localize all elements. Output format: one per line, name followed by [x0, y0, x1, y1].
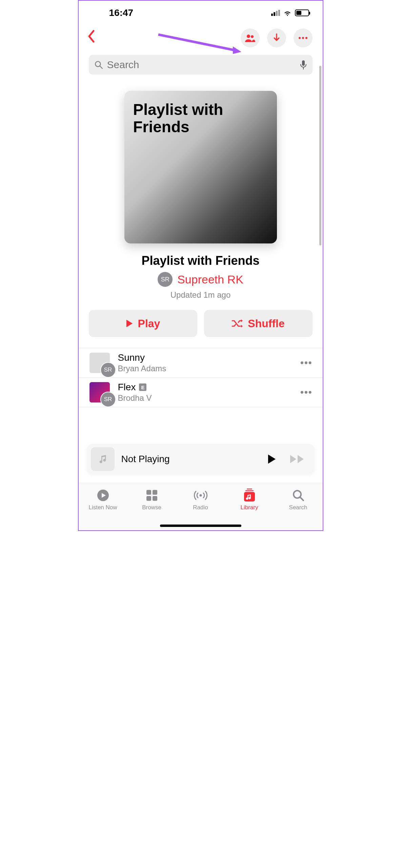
- track-info: Flex E Brodha V: [118, 382, 293, 403]
- tab-library[interactable]: Library: [225, 489, 274, 511]
- collaborator-badge: SR: [100, 392, 116, 407]
- explicit-badge: E: [139, 383, 146, 391]
- shuffle-icon: [232, 319, 243, 328]
- tab-search[interactable]: Search: [274, 489, 323, 511]
- scrollbar[interactable]: [319, 66, 321, 245]
- tab-label: Search: [289, 504, 307, 511]
- playlist-title: Playlist with Friends: [79, 254, 323, 268]
- tab-bar: Listen Now Browse Radio Library Search: [79, 483, 323, 530]
- track-list: SR Sunny Bryan Adams ••• SR Flex E Brodh…: [79, 348, 323, 407]
- svg-rect-12: [153, 490, 157, 495]
- track-artwork: SR: [89, 353, 110, 373]
- track-row[interactable]: SR Sunny Bryan Adams •••: [79, 348, 323, 378]
- browse-icon: [146, 489, 158, 501]
- play-icon: [126, 319, 133, 328]
- playlist-owner[interactable]: SR Supreeth RK: [79, 272, 323, 287]
- track-row[interactable]: SR Flex E Brodha V •••: [79, 378, 323, 407]
- tab-browse[interactable]: Browse: [127, 489, 176, 511]
- track-title: Flex: [118, 382, 136, 393]
- updated-text: Updated 1m ago: [79, 290, 323, 300]
- download-button[interactable]: [267, 28, 286, 47]
- search-tab-icon: [292, 489, 304, 501]
- svg-point-6: [305, 37, 307, 39]
- tab-label: Library: [241, 504, 258, 511]
- owner-name: Supreeth RK: [177, 273, 243, 286]
- radio-icon: [193, 489, 208, 501]
- track-more-button[interactable]: •••: [300, 357, 312, 368]
- nav-bar: [79, 22, 323, 51]
- collaborator-badge: SR: [100, 362, 116, 378]
- download-icon: [273, 33, 281, 43]
- svg-rect-9: [302, 60, 305, 66]
- playlist-cover[interactable]: Playlist with Friends: [124, 91, 277, 243]
- svg-rect-18: [244, 492, 255, 501]
- play-control-icon[interactable]: [267, 454, 277, 465]
- cellular-signal-icon: [271, 10, 280, 16]
- status-bar: 16:47: [79, 1, 323, 22]
- now-playing-artwork: [91, 447, 115, 471]
- tab-label: Radio: [193, 504, 208, 511]
- play-button[interactable]: Play: [89, 310, 197, 337]
- collaborators-button[interactable]: [241, 28, 260, 47]
- svg-point-7: [95, 61, 100, 66]
- owner-avatar: SR: [158, 272, 173, 287]
- ellipsis-icon: [298, 37, 308, 39]
- track-info: Sunny Bryan Adams: [118, 352, 293, 373]
- svg-point-2: [247, 35, 250, 38]
- track-title: Sunny: [118, 352, 145, 363]
- forward-control-icon[interactable]: [289, 454, 304, 464]
- shuffle-label: Shuffle: [248, 317, 284, 330]
- tab-label: Listen Now: [88, 504, 117, 511]
- battery-icon: [295, 9, 309, 16]
- search-input[interactable]: [107, 59, 296, 71]
- mic-icon[interactable]: [300, 60, 307, 70]
- track-artist: Bryan Adams: [118, 364, 293, 373]
- listen-now-icon: [97, 489, 109, 502]
- track-more-button[interactable]: •••: [300, 387, 312, 398]
- cover-title: Playlist with Friends: [133, 101, 268, 135]
- svg-point-5: [302, 37, 304, 39]
- svg-rect-16: [247, 489, 252, 490]
- people-icon: [245, 34, 255, 42]
- tab-label: Browse: [142, 504, 161, 511]
- svg-line-20: [300, 497, 303, 500]
- track-artwork: SR: [89, 382, 110, 402]
- tab-listen-now[interactable]: Listen Now: [79, 489, 127, 511]
- search-bar[interactable]: [89, 55, 313, 75]
- shuffle-button[interactable]: Shuffle: [204, 310, 313, 337]
- now-playing-label: Not Playing: [121, 454, 260, 465]
- status-indicators: [271, 9, 309, 17]
- status-time: 16:47: [109, 7, 134, 18]
- svg-rect-14: [153, 496, 157, 501]
- play-label: Play: [138, 317, 160, 330]
- svg-rect-13: [146, 496, 151, 501]
- home-indicator[interactable]: [160, 525, 241, 527]
- svg-point-4: [299, 37, 301, 39]
- music-note-icon: [97, 454, 108, 465]
- svg-point-15: [199, 494, 202, 497]
- back-button[interactable]: [87, 30, 95, 46]
- svg-rect-17: [245, 490, 254, 491]
- now-playing-bar[interactable]: Not Playing: [87, 444, 315, 474]
- svg-point-3: [251, 35, 254, 38]
- wifi-icon: [283, 9, 292, 17]
- svg-line-8: [100, 66, 102, 68]
- track-artist: Brodha V: [118, 393, 293, 403]
- more-button[interactable]: [294, 28, 313, 47]
- library-icon: [243, 489, 256, 502]
- search-icon: [94, 60, 103, 69]
- svg-rect-11: [146, 490, 151, 495]
- tab-radio[interactable]: Radio: [176, 489, 225, 511]
